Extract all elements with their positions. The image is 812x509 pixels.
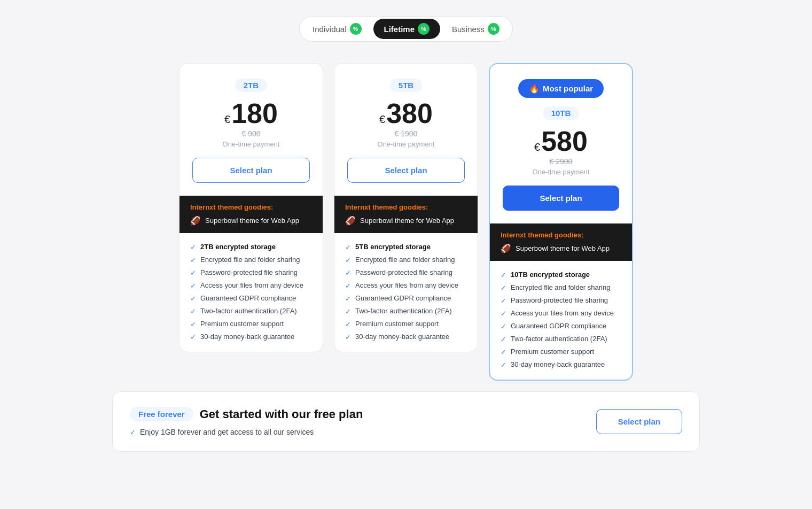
payment-label-5tb: One-time payment	[347, 140, 465, 148]
feature-10tb-6: ✓Premium customer support	[501, 348, 621, 356]
check-icon: ✓	[190, 269, 196, 277]
tab-business-label: Business	[452, 25, 485, 34]
goodies-2tb: Internxt themed goodies: 🏈 Superbowl the…	[179, 196, 323, 233]
feature-text-5tb-7: 30-day money-back guarantee	[355, 333, 449, 341]
plan-card-5tb-inner: 5TB € 380 € 1900 One-time payment Select…	[334, 64, 478, 196]
feature-text-5tb-2: Password-protected file sharing	[355, 268, 452, 276]
check-icon: ✓	[190, 256, 196, 264]
feature-10tb-7: ✓30-day money-back guarantee	[501, 360, 621, 369]
feature-text-2tb-4: Guaranteed GDPR compliance	[200, 294, 296, 302]
price-10tb: 580	[541, 127, 588, 155]
feature-2tb-0: ✓2TB encrypted storage	[190, 243, 312, 251]
check-icon: ✓	[190, 243, 196, 251]
plan-card-5tb: 5TB € 380 € 1900 One-time payment Select…	[334, 63, 478, 352]
features-list-10tb: ✓10TB encrypted storage ✓Encrypted file …	[490, 261, 632, 380]
plan-card-2tb-inner: 2TB € 180 € 900 One-time payment Select …	[179, 64, 323, 196]
business-discount-icon: %	[488, 23, 499, 35]
plan-card-2tb: 2TB € 180 € 900 One-time payment Select …	[179, 63, 323, 352]
check-icon: ✓	[190, 307, 196, 315]
plans-container: 2TB € 180 € 900 One-time payment Select …	[112, 63, 700, 381]
storage-badge-2tb: 2TB	[235, 79, 267, 92]
feature-10tb-1: ✓Encrypted file and folder sharing	[501, 283, 621, 292]
feature-5tb-7: ✓30-day money-back guarantee	[345, 333, 467, 341]
storage-badge-10tb: 10TB	[543, 106, 580, 120]
feature-5tb-0: ✓5TB encrypted storage	[345, 243, 467, 251]
free-plan-feature: ✓ Enjoy 1GB forever and get access to al…	[130, 428, 363, 436]
feature-text-5tb-4: Guaranteed GDPR compliance	[355, 294, 451, 302]
goodies-item-5tb: 🏈 Superbowl theme for Web App	[345, 215, 467, 226]
check-icon: ✓	[345, 282, 351, 290]
check-icon: ✓	[345, 256, 351, 264]
tab-individual-label: Individual	[313, 25, 346, 34]
goodies-5tb: Internxt themed goodies: 🏈 Superbowl the…	[334, 196, 478, 233]
currency-10tb: €	[534, 141, 540, 153]
payment-label-2tb: One-time payment	[192, 140, 310, 148]
check-icon: ✓	[345, 333, 351, 341]
tab-individual[interactable]: Individual %	[302, 19, 372, 39]
feature-text-10tb-2: Password-protected file sharing	[511, 296, 608, 304]
feature-text-10tb-5: Two-factor authentication (2FA)	[511, 335, 607, 343]
tab-business[interactable]: Business %	[441, 19, 510, 39]
goodies-title-2tb: Internxt themed goodies:	[190, 203, 312, 211]
goodies-football-icon: 🏈	[345, 215, 356, 226]
feature-5tb-4: ✓Guaranteed GDPR compliance	[345, 294, 467, 303]
check-icon: ✓	[501, 361, 506, 369]
feature-text-2tb-0: 2TB encrypted storage	[200, 243, 276, 251]
feature-2tb-1: ✓Encrypted file and folder sharing	[190, 256, 312, 264]
feature-5tb-2: ✓Password-protected file sharing	[345, 268, 467, 277]
check-icon: ✓	[345, 295, 351, 303]
feature-text-10tb-6: Premium customer support	[511, 348, 594, 356]
feature-2tb-4: ✓Guaranteed GDPR compliance	[190, 294, 312, 303]
feature-text-5tb-5: Two-factor authentication (2FA)	[355, 307, 452, 315]
check-icon: ✓	[501, 297, 506, 305]
check-icon: ✓	[501, 348, 506, 356]
currency-2tb: €	[224, 113, 230, 126]
feature-text-10tb-1: Encrypted file and folder sharing	[511, 283, 610, 291]
feature-10tb-2: ✓Password-protected file sharing	[501, 296, 621, 305]
goodies-football-icon: 🏈	[501, 243, 511, 253]
feature-text-10tb-3: Access your files from any device	[511, 309, 614, 317]
select-plan-btn-10tb[interactable]: Select plan	[503, 186, 619, 211]
original-price-10tb: € 2900	[503, 157, 619, 166]
free-plan-section: Free forever Get started with our free p…	[112, 391, 700, 452]
feature-text-2tb-3: Access your files from any device	[200, 281, 303, 289]
feature-text-2tb-2: Password-protected file sharing	[200, 268, 298, 276]
check-icon: ✓	[501, 310, 506, 318]
feature-2tb-2: ✓Password-protected file sharing	[190, 268, 312, 277]
select-plan-btn-5tb[interactable]: Select plan	[347, 158, 465, 183]
free-plan-headline: Get started with our free plan	[200, 407, 363, 421]
feature-text-10tb-7: 30-day money-back guarantee	[511, 360, 605, 368]
tab-lifetime-label: Lifetime	[384, 25, 415, 34]
check-icon: ✓	[190, 295, 196, 303]
feature-text-2tb-1: Encrypted file and folder sharing	[200, 256, 300, 264]
feature-text-2tb-7: 30-day money-back guarantee	[200, 333, 294, 341]
feature-5tb-5: ✓Two-factor authentication (2FA)	[345, 307, 467, 315]
feature-text-5tb-3: Access your files from any device	[355, 281, 458, 289]
features-list-5tb: ✓5TB encrypted storage ✓Encrypted file a…	[334, 233, 478, 352]
check-icon: ✓	[501, 335, 506, 343]
check-icon: ✓	[345, 320, 351, 328]
feature-text-5tb-6: Premium customer support	[355, 320, 439, 328]
lifetime-discount-icon: %	[418, 23, 430, 35]
select-plan-btn-free[interactable]: Select plan	[596, 409, 682, 434]
plan-card-10tb: 🔥 Most popular 10TB € 580 € 2900 One-tim…	[489, 63, 633, 381]
goodies-item-10tb: 🏈 Superbowl theme for Web App	[501, 243, 621, 253]
feature-2tb-6: ✓Premium customer support	[190, 320, 312, 328]
feature-text-10tb-0: 10TB encrypted storage	[511, 271, 590, 279]
free-forever-badge: Free forever	[130, 407, 193, 421]
storage-badge-5tb: 5TB	[390, 79, 422, 92]
feature-text-2tb-6: Premium customer support	[200, 320, 284, 328]
check-icon: ✓	[345, 269, 351, 277]
feature-10tb-5: ✓Two-factor authentication (2FA)	[501, 335, 621, 343]
original-price-2tb: € 900	[192, 129, 310, 138]
goodies-item-label-10tb: Superbowl theme for Web App	[516, 244, 610, 252]
check-icon: ✓	[190, 333, 196, 341]
feature-5tb-6: ✓Premium customer support	[345, 320, 467, 328]
feature-2tb-3: ✓Access your files from any device	[190, 281, 312, 290]
select-plan-btn-2tb[interactable]: Select plan	[192, 158, 310, 183]
tab-lifetime[interactable]: Lifetime %	[373, 19, 441, 39]
feature-text-5tb-1: Encrypted file and folder sharing	[355, 256, 455, 264]
free-plan-left: Free forever Get started with our free p…	[130, 407, 363, 436]
check-icon-free: ✓	[130, 428, 136, 436]
original-price-5tb: € 1900	[347, 129, 465, 138]
